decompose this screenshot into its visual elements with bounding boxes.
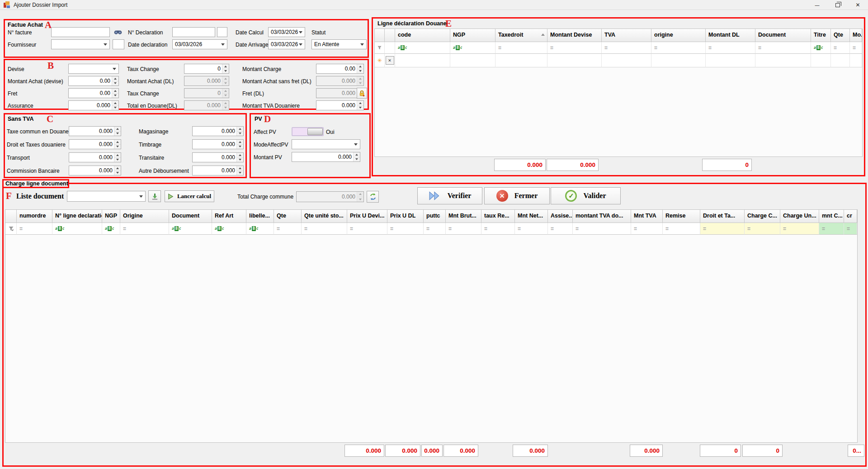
montant-pv-value[interactable] — [292, 152, 353, 161]
col-code[interactable]: code — [395, 29, 450, 42]
col-montant-tva-douane[interactable]: montant TVA do... — [573, 210, 631, 223]
fermer-button[interactable]: ✕ Fermer — [484, 187, 550, 204]
spinner-buttons[interactable] — [112, 89, 118, 98]
col-assise[interactable]: Assise... — [548, 210, 573, 223]
col-remise[interactable]: Remise — [663, 210, 700, 223]
filter-cell-origine[interactable]: = — [651, 42, 706, 54]
montant-pv-input[interactable] — [292, 152, 360, 162]
edit-filter-icon-cell[interactable] — [5, 223, 17, 235]
fret-input[interactable] — [68, 88, 119, 98]
commission-bancaire-input[interactable] — [69, 166, 121, 175]
filter-cell-mnt-tva[interactable]: = — [631, 223, 663, 235]
spinner-buttons[interactable] — [236, 166, 243, 175]
transport-value[interactable] — [69, 153, 114, 162]
col-numordre[interactable]: numordre — [17, 210, 52, 223]
magasinage-input[interactable] — [192, 126, 244, 136]
col-mnt-brut[interactable]: Mnt Brut... — [446, 210, 481, 223]
fournisseur-select[interactable] — [51, 39, 110, 49]
spinner-buttons[interactable] — [114, 166, 121, 175]
mode-affect-pv-select[interactable] — [292, 139, 360, 149]
spinner-buttons[interactable] — [222, 64, 229, 73]
new-row-cell[interactable] — [547, 54, 602, 67]
spinner-buttons[interactable] — [236, 153, 243, 162]
close-button[interactable]: ✕ — [848, 0, 868, 10]
col-origine[interactable]: origine — [651, 29, 706, 42]
filter-cell-charge-un[interactable]: = — [780, 223, 819, 235]
new-row-cell[interactable] — [395, 54, 450, 67]
spinner-buttons[interactable] — [112, 101, 118, 110]
spinner-buttons[interactable] — [114, 127, 121, 136]
droit-taxes-value[interactable] — [69, 140, 114, 149]
montant-tva-douaniere-input[interactable] — [316, 100, 364, 110]
autre-deboursement-value[interactable] — [193, 166, 236, 175]
col-charge-c[interactable]: Charge C... — [745, 210, 780, 223]
delete-row-button[interactable]: ✕ — [386, 56, 394, 65]
filter-cell-qte[interactable]: = — [831, 42, 850, 54]
transport-input[interactable] — [69, 152, 121, 162]
col-qte[interactable]: Qte — [831, 29, 850, 42]
col-cr[interactable]: cr — [844, 210, 857, 223]
filter-cell-remise[interactable]: = — [663, 223, 700, 235]
valider-button[interactable]: ✓ Valider — [551, 187, 621, 204]
taux-change-input[interactable] — [184, 64, 229, 74]
devise-select[interactable] — [68, 64, 119, 74]
affect-pv-toggle[interactable] — [292, 127, 324, 136]
filter-cell-mo[interactable]: = — [850, 42, 862, 54]
col-tva[interactable]: TVA — [602, 29, 651, 42]
spinner-buttons[interactable] — [353, 152, 360, 161]
filter-cell-qte-unite[interactable]: = — [302, 223, 347, 235]
filter-cell-mnt-net[interactable]: = — [515, 223, 548, 235]
lancer-calcul-button[interactable]: Lancer calcul — [165, 190, 214, 202]
col-droit-et-taxes[interactable]: Droit et Ta... — [700, 210, 745, 223]
filter-cell-taxedroit[interactable]: = — [495, 42, 547, 54]
filter-cell-n-ligne[interactable]: aBc — [52, 223, 102, 235]
filter-cell-ref-art[interactable]: aBc — [212, 223, 246, 235]
date-arrivage-picker[interactable]: 03/03/2026 — [268, 39, 305, 49]
assurance-input[interactable] — [68, 100, 119, 110]
col-montant-devise[interactable]: Montant Devise — [547, 29, 602, 42]
transitaire-value[interactable] — [193, 153, 236, 162]
col-taux-remise[interactable]: taux Re... — [481, 210, 515, 223]
col-mnt-c[interactable]: mnt C... — [819, 210, 844, 223]
spinner-buttons[interactable] — [236, 140, 243, 149]
filter-cell-ngp[interactable]: aBc — [102, 223, 120, 235]
assurance-value[interactable] — [69, 101, 112, 110]
col-taxedroit[interactable]: Taxedroit — [495, 29, 547, 42]
filter-cell-origine[interactable]: = — [120, 223, 169, 235]
col-document[interactable]: Document — [755, 29, 811, 42]
taxe-commun-input[interactable] — [69, 126, 121, 136]
filter-cell-mnt-brut[interactable]: = — [446, 223, 481, 235]
col-mo[interactable]: Mo... — [850, 29, 862, 42]
filter-cell-montant-dl[interactable]: = — [706, 42, 755, 54]
filter-cell-document[interactable]: = — [755, 42, 811, 54]
filter-cell-libelle[interactable]: aBc — [246, 223, 274, 235]
col-charge-un[interactable]: Charge Un... — [780, 210, 819, 223]
col-prix-u-dl[interactable]: Prix U DL — [387, 210, 424, 223]
transitaire-input[interactable] — [192, 152, 244, 162]
verifier-button[interactable]: Verifier — [417, 187, 482, 204]
col-titre[interactable]: Titre — [811, 29, 831, 42]
magasinage-value[interactable] — [193, 127, 236, 136]
timbrage-value[interactable] — [193, 140, 236, 149]
col-origine[interactable]: Origine — [120, 210, 169, 223]
col-mnt-net[interactable]: Mnt Net... — [515, 210, 548, 223]
commission-bancaire-value[interactable] — [69, 166, 114, 175]
unlock-fret-button[interactable] — [357, 88, 367, 99]
montant-tva-douaniere-value[interactable] — [316, 101, 357, 110]
new-row-cell[interactable] — [850, 54, 862, 67]
montant-charge-value[interactable] — [316, 64, 357, 73]
col-document[interactable]: Document — [169, 210, 212, 223]
taux-change-value[interactable] — [184, 64, 222, 73]
timbrage-input[interactable] — [192, 139, 244, 149]
col-ngp[interactable]: NGP — [450, 29, 495, 42]
date-calcul-picker[interactable]: 03/03/2026 — [268, 27, 305, 37]
montant-achat-devise-input[interactable] — [68, 76, 119, 86]
filter-cell-tva[interactable]: = — [602, 42, 651, 54]
filter-cell-mnt-c[interactable]: = — [819, 223, 844, 235]
col-qte-unite[interactable]: Qte unité sto... — [302, 210, 347, 223]
new-row-cell[interactable] — [831, 54, 850, 67]
refresh-button[interactable] — [367, 191, 379, 203]
col-montant-dl[interactable]: Montant DL — [706, 29, 755, 42]
filter-cell-numordre[interactable]: = — [17, 223, 52, 235]
minimize-button[interactable]: — — [807, 0, 827, 10]
